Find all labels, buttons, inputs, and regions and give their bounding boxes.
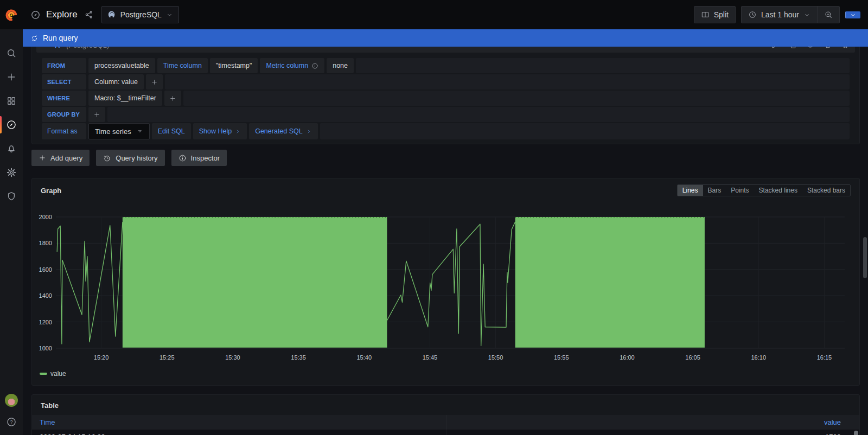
- add-query-button[interactable]: Add query: [31, 150, 90, 166]
- where-macro-segment[interactable]: Macro: $__timeFilter: [88, 91, 162, 106]
- sidebar-item-explore[interactable]: [0, 113, 23, 137]
- page-scrollbar[interactable]: [863, 237, 867, 278]
- metric-column-label[interactable]: Metric column: [260, 58, 324, 73]
- time-range-picker[interactable]: Last 1 hour: [742, 7, 817, 23]
- metric-column-value[interactable]: none: [327, 58, 354, 73]
- groupby-add-button[interactable]: [88, 107, 105, 122]
- x-axis-tick-label: 15:35: [291, 354, 306, 361]
- select-keyword[interactable]: SELECT: [42, 74, 86, 89]
- query-row-format: Format as Time series Edit SQL Show Help…: [42, 123, 850, 139]
- y-axis-tick-label: 1000: [39, 345, 52, 351]
- explore-compass-icon: [30, 10, 41, 20]
- generated-sql-button[interactable]: Generated SQL: [249, 123, 318, 139]
- plus-icon: [6, 72, 17, 82]
- format-as-select[interactable]: Time series: [88, 123, 150, 139]
- datasource-name: PostgreSQL: [120, 10, 162, 19]
- graph-chart-area[interactable]: 10001200140016001800200015:2015:2515:301…: [32, 201, 859, 370]
- run-query-button[interactable]: Run query: [845, 11, 860, 18]
- row-filler: [356, 58, 850, 73]
- sidebar: ?: [0, 29, 23, 435]
- table-scrollbar[interactable]: [854, 431, 858, 435]
- grafana-logo[interactable]: [0, 8, 23, 22]
- info-circle-icon: [178, 154, 187, 162]
- table-cell-time: 2022-07-04 15:16:39: [32, 433, 446, 435]
- table-header-time[interactable]: Time: [32, 418, 446, 426]
- info-circle-icon: [311, 62, 318, 69]
- graph-mode-stacked-lines[interactable]: Stacked lines: [754, 185, 802, 196]
- datasource-picker[interactable]: PostgreSQL: [101, 6, 179, 23]
- x-axis-tick-label: 16:05: [685, 354, 700, 361]
- query-history-button[interactable]: Query history: [96, 150, 164, 166]
- y-axis-tick-label: 1800: [39, 240, 52, 246]
- from-table-segment[interactable]: processvaluetable: [88, 58, 155, 73]
- zoom-out-button[interactable]: [817, 7, 839, 23]
- grafana-explore-page: { "topnav": { "title": "Explore", "datas…: [0, 0, 868, 435]
- where-keyword[interactable]: WHERE: [42, 91, 86, 106]
- graph-legend[interactable]: value: [32, 370, 859, 382]
- edit-sql-button[interactable]: Edit SQL: [152, 123, 191, 139]
- show-help-button[interactable]: Show Help: [193, 123, 247, 139]
- row-filler: [107, 107, 850, 122]
- row-filler: [165, 74, 850, 89]
- legend-series-label[interactable]: value: [50, 370, 66, 378]
- where-add-button[interactable]: [164, 91, 181, 106]
- table-header-row: Time value: [32, 415, 859, 430]
- time-column-label[interactable]: Time column: [157, 58, 208, 73]
- graph-mode-points[interactable]: Points: [726, 185, 754, 196]
- sidebar-item-server-admin[interactable]: [0, 184, 23, 208]
- results-table: Time value 2022-07-04 15:16:391733: [32, 415, 859, 435]
- inspector-button[interactable]: Inspector: [171, 150, 227, 166]
- series-dense-region: [515, 217, 705, 348]
- series-dense-region: [123, 217, 387, 348]
- sidebar-item-dashboards[interactable]: [0, 89, 23, 113]
- y-axis-tick-label: 2000: [39, 214, 52, 220]
- graph-mode-lines[interactable]: Lines: [678, 185, 703, 196]
- sidebar-item-create[interactable]: [0, 65, 23, 89]
- show-help-label: Show Help: [199, 127, 232, 135]
- user-avatar[interactable]: [5, 394, 18, 407]
- bell-icon: [6, 143, 17, 154]
- split-label: Split: [714, 10, 729, 19]
- sidebar-item-configuration[interactable]: [0, 161, 23, 184]
- x-axis-tick-label: 15:45: [423, 354, 438, 361]
- split-icon: [701, 10, 710, 19]
- from-keyword[interactable]: FROM: [42, 58, 86, 73]
- help-icon[interactable]: ?: [6, 417, 17, 427]
- chevron-down-icon: [803, 11, 810, 18]
- x-axis-tick-label: 15:40: [357, 354, 372, 361]
- table-cell-value: 1733: [446, 430, 860, 435]
- table-row[interactable]: 2022-07-04 15:16:391733: [32, 430, 859, 435]
- compass-icon: [6, 119, 17, 130]
- select-column-segment[interactable]: Column: value: [88, 74, 144, 89]
- sidebar-item-search[interactable]: [0, 41, 23, 65]
- graph-panel: Graph LinesBarsPointsStacked linesStacke…: [31, 178, 860, 386]
- add-query-label: Add query: [50, 154, 82, 162]
- row-filler: [183, 91, 850, 106]
- zoom-out-icon: [824, 10, 833, 19]
- table-panel: Table Time value 2022-07-04 15:16:391733: [31, 394, 860, 435]
- graph-mode-bars[interactable]: Bars: [703, 185, 726, 196]
- page-title: Explore: [46, 9, 78, 20]
- run-query-dropdown[interactable]: [845, 11, 860, 18]
- table-header-value[interactable]: value: [446, 415, 860, 430]
- time-column-value[interactable]: "timestamp": [210, 58, 258, 73]
- share-icon[interactable]: [84, 10, 94, 20]
- table-body: 2022-07-04 15:16:391733: [32, 430, 859, 435]
- series-line: [57, 222, 123, 344]
- select-add-button[interactable]: [146, 74, 163, 89]
- graph-canvas[interactable]: 10001200140016001800200015:2015:2515:301…: [37, 201, 851, 370]
- x-axis-tick-label: 16:10: [751, 354, 767, 361]
- sidebar-item-alerting[interactable]: [0, 137, 23, 161]
- x-axis-tick-label: 15:30: [225, 354, 240, 361]
- chevron-right-icon: [235, 129, 241, 135]
- split-button[interactable]: Split: [694, 6, 736, 23]
- inspector-label: Inspector: [191, 154, 220, 162]
- format-as-label: Format as: [42, 123, 86, 139]
- query-row-from: FROM processvaluetable Time column "time…: [42, 58, 850, 73]
- x-axis-tick-label: 15:50: [488, 354, 503, 361]
- shield-icon: [6, 191, 17, 202]
- groupby-keyword[interactable]: GROUP BY: [42, 107, 86, 122]
- graph-mode-stacked-bars[interactable]: Stacked bars: [802, 185, 850, 196]
- postgresql-icon: [107, 10, 116, 19]
- query-row-where: WHERE Macro: $__timeFilter: [42, 91, 850, 106]
